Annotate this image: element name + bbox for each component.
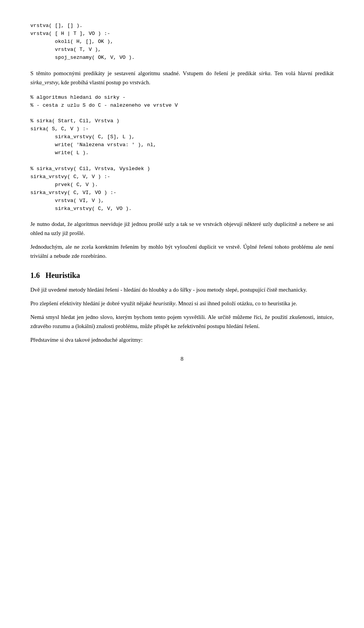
paragraph-3: Jednoduchým, ale ne zcela korektním řeše… — [30, 242, 334, 260]
paragraph-6: Nemá smysl hledat jen jedno slovo, který… — [30, 312, 334, 331]
paragraph-1-text: S těmito pomocnými predikáty je sestaven… — [30, 70, 259, 76]
heuristiky-italic: heuristiky — [153, 300, 175, 306]
main-code-block: % algoritmus hledani do sirky - % - cest… — [30, 94, 334, 213]
paragraph-5-text: Pro zlepšení efektivity hledání je dobré… — [30, 300, 153, 306]
section-title: Heuristika — [46, 271, 80, 279]
page-number: 8 — [30, 356, 334, 362]
sirka-vrstvy-italic: sirka_vrstvy — [30, 79, 58, 85]
section-number: 1.6 — [30, 271, 40, 279]
top-code-block: vrstva( [], [] ). vrstva( [ H | T ], VO … — [30, 22, 334, 62]
paragraph-1: S těmito pomocnými predikáty je sestaven… — [30, 69, 334, 87]
paragraph-1-rest: . Ten volá hlavní predikát — [270, 70, 334, 76]
paragraph-5-rest: . Mnozí si asi ihned položí otázku, co t… — [175, 300, 297, 306]
paragraph-4: Dvě již uvedené metody hledání řešení - … — [30, 285, 334, 294]
paragraph-7: Představíme si dva takové jednoduché alg… — [30, 335, 334, 344]
sirka-italic: sirka — [259, 70, 270, 76]
paragraph-5: Pro zlepšení efektivity hledání je dobré… — [30, 299, 334, 308]
section-heading: 1.6 Heuristika — [30, 271, 334, 280]
paragraph-2: Je nutno dodat, že algoritmus neeviduje … — [30, 219, 334, 238]
page: vrstva( [], [] ). vrstva( [ H | T ], VO … — [0, 0, 364, 628]
paragraph-1-rest2: , kde probíhá vlastní postup po vrstvách… — [58, 79, 150, 85]
